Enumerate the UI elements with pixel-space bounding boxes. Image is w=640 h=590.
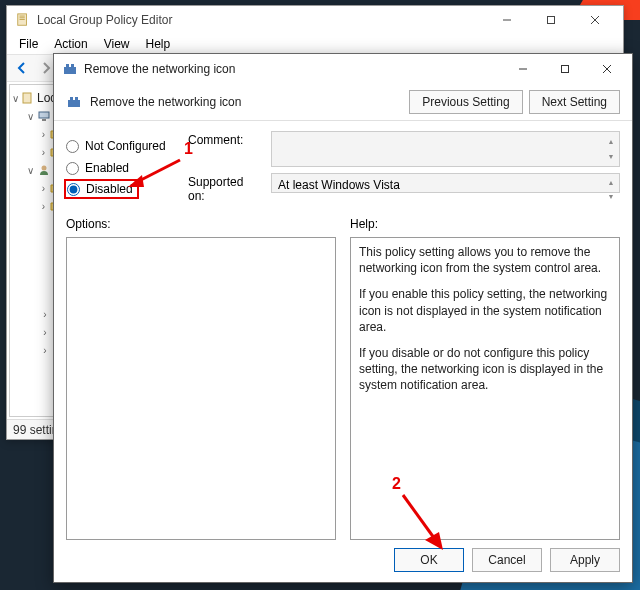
svg-rect-2 — [20, 17, 25, 18]
main-close-button[interactable] — [573, 6, 617, 34]
supported-value: At least Windows Vista — [278, 178, 400, 192]
expand-icon[interactable]: › — [40, 147, 47, 158]
svg-rect-19 — [68, 100, 80, 107]
policy-dialog: Remove the networking icon Remove the ne… — [53, 53, 633, 583]
svg-rect-5 — [548, 17, 555, 24]
radio-input-not-configured[interactable] — [66, 140, 79, 153]
main-maximize-button[interactable] — [529, 6, 573, 34]
highlight-disabled: Disabled — [64, 179, 139, 199]
dialog-titlebar: Remove the networking icon — [54, 54, 632, 84]
policy-icon — [66, 94, 82, 110]
help-paragraph: If you disable or do not configure this … — [359, 345, 611, 394]
help-box[interactable]: This policy setting allows you to remove… — [350, 237, 620, 540]
svg-rect-13 — [66, 64, 69, 67]
menu-help[interactable]: Help — [138, 35, 179, 53]
dialog-title: Remove the networking icon — [84, 62, 502, 76]
main-title: Local Group Policy Editor — [37, 13, 485, 27]
svg-rect-12 — [64, 67, 76, 74]
expand-icon[interactable]: › — [40, 309, 50, 320]
svg-rect-21 — [75, 97, 78, 100]
svg-rect-10 — [42, 119, 46, 121]
previous-setting-button[interactable]: Previous Setting — [409, 90, 522, 114]
cancel-button[interactable]: Cancel — [472, 548, 542, 572]
app-icon — [15, 12, 31, 28]
options-box[interactable] — [66, 237, 336, 540]
menu-view[interactable]: View — [96, 35, 138, 53]
svg-point-11 — [42, 166, 47, 171]
svg-rect-9 — [39, 112, 49, 118]
menu-action[interactable]: Action — [46, 35, 95, 53]
menubar: File Action View Help — [7, 34, 623, 54]
expand-icon[interactable]: › — [40, 327, 50, 338]
nav-back-button[interactable] — [11, 57, 33, 79]
expand-icon[interactable]: › — [40, 183, 47, 194]
user-icon — [38, 163, 50, 177]
supported-field: At least Windows Vista ▲▼ — [271, 173, 620, 193]
radio-disabled[interactable]: Disabled — [67, 178, 133, 200]
spin-up-icon[interactable]: ▲ — [605, 176, 617, 190]
policy-icon — [62, 61, 78, 77]
state-radios: Not Configured Enabled Disabled — [66, 131, 176, 203]
svg-rect-1 — [20, 16, 25, 17]
computer-icon — [38, 109, 50, 123]
spin-down-icon[interactable]: ▼ — [605, 190, 617, 204]
collapse-icon[interactable]: ∨ — [12, 93, 19, 104]
help-paragraph: This policy setting allows you to remove… — [359, 244, 611, 276]
help-label: Help: — [350, 217, 620, 231]
svg-rect-16 — [562, 66, 569, 73]
menu-file[interactable]: File — [11, 35, 46, 53]
expand-icon[interactable]: › — [40, 201, 47, 212]
dialog-close-button[interactable] — [586, 55, 628, 83]
dialog-heading: Remove the networking icon — [90, 95, 401, 109]
radio-not-configured[interactable]: Not Configured — [66, 135, 176, 157]
collapse-icon[interactable]: ∨ — [26, 111, 35, 122]
svg-rect-20 — [70, 97, 73, 100]
supported-label: Supported on: — [188, 173, 263, 203]
apply-button[interactable]: Apply — [550, 548, 620, 572]
radio-input-disabled[interactable] — [67, 183, 80, 196]
options-label: Options: — [66, 217, 336, 231]
ok-button[interactable]: OK — [394, 548, 464, 572]
policy-icon — [22, 91, 34, 105]
radio-input-enabled[interactable] — [66, 162, 79, 175]
svg-rect-3 — [20, 19, 25, 20]
comment-label: Comment: — [188, 131, 263, 147]
spin-down-icon[interactable]: ▼ — [605, 149, 617, 164]
collapse-icon[interactable]: ∨ — [26, 165, 35, 176]
help-paragraph: If you enable this policy setting, the n… — [359, 286, 611, 335]
dialog-buttons: OK Cancel Apply — [54, 540, 632, 582]
next-setting-button[interactable]: Next Setting — [529, 90, 620, 114]
spin-up-icon[interactable]: ▲ — [605, 134, 617, 149]
expand-icon[interactable]: › — [40, 129, 47, 140]
dialog-header: Remove the networking icon Previous Sett… — [54, 84, 632, 121]
dialog-maximize-button[interactable] — [544, 55, 586, 83]
main-minimize-button[interactable] — [485, 6, 529, 34]
comment-field[interactable]: ▲▼ — [271, 131, 620, 167]
main-titlebar: Local Group Policy Editor — [7, 6, 623, 34]
expand-icon[interactable]: › — [40, 345, 50, 356]
dialog-minimize-button[interactable] — [502, 55, 544, 83]
svg-rect-8 — [23, 93, 31, 103]
svg-rect-14 — [71, 64, 74, 67]
radio-enabled[interactable]: Enabled — [66, 157, 176, 179]
